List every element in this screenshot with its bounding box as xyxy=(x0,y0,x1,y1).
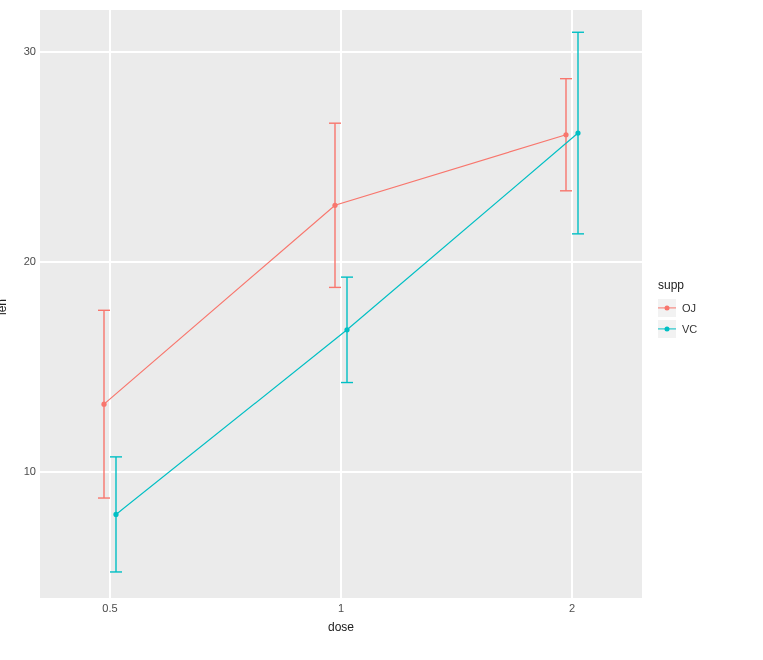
legend-item-oj: OJ xyxy=(658,298,697,318)
legend-key-icon xyxy=(658,320,676,338)
legend-title: supp xyxy=(658,278,697,292)
chart-svg xyxy=(40,10,642,598)
svg-point-15 xyxy=(113,512,118,517)
plot-panel xyxy=(40,10,642,598)
x-axis-label: dose xyxy=(40,620,642,634)
legend-item-vc: VC xyxy=(658,319,697,339)
svg-point-3 xyxy=(101,402,106,407)
svg-point-7 xyxy=(332,203,337,208)
legend: supp OJ VC xyxy=(658,278,697,340)
y-tick-label: 20 xyxy=(4,255,36,267)
svg-point-11 xyxy=(563,132,568,137)
svg-point-19 xyxy=(344,327,349,332)
x-tick-label: 1 xyxy=(338,602,344,614)
legend-label: VC xyxy=(682,323,697,335)
y-tick-label: 30 xyxy=(4,45,36,57)
svg-point-23 xyxy=(575,130,580,135)
y-axis-label: len xyxy=(0,299,9,315)
x-tick-label: 0.5 xyxy=(102,602,117,614)
legend-label: OJ xyxy=(682,302,696,314)
x-tick-label: 2 xyxy=(569,602,575,614)
legend-key-icon xyxy=(658,299,676,317)
y-tick-label: 10 xyxy=(4,465,36,477)
